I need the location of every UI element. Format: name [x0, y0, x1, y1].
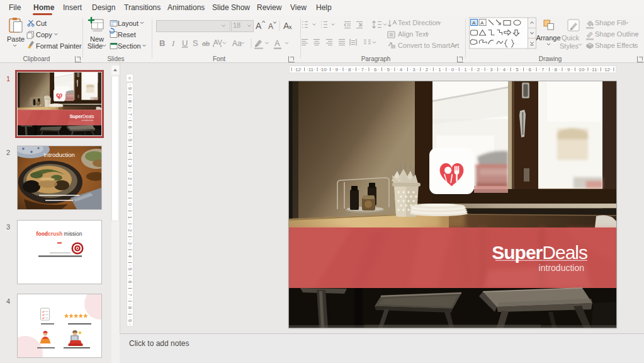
svg-text:10: 10 [579, 67, 584, 72]
svg-text:3: 3 [490, 67, 493, 72]
svg-text:AV: AV [213, 38, 223, 46]
svg-text:foodcrush mission: foodcrush mission [37, 231, 82, 237]
svg-text:0: 0 [451, 67, 455, 72]
svg-text:6: 6 [529, 67, 532, 72]
svg-text:2: 2 [127, 229, 133, 232]
svg-text:4: 4 [400, 67, 403, 72]
svg-text:A: A [256, 21, 262, 31]
svg-text:9: 9 [127, 87, 133, 90]
svg-text:S: S [193, 38, 198, 48]
svg-text:11: 11 [592, 67, 597, 72]
svg-text:ab: ab [202, 40, 210, 47]
svg-text:B: B [159, 38, 165, 48]
svg-text:5: 5 [127, 268, 133, 271]
svg-text:7: 7 [361, 67, 364, 72]
svg-text:A: A [472, 20, 476, 26]
svg-text:8: 8 [127, 100, 133, 103]
svg-text:5: 5 [387, 67, 390, 72]
svg-text:6: 6 [374, 67, 377, 72]
svg-text:A: A [283, 21, 290, 31]
svg-text:8: 8 [127, 306, 133, 309]
svg-text:1: 1 [127, 216, 133, 219]
svg-text:2: 2 [477, 67, 480, 72]
svg-text:7: 7 [127, 113, 133, 116]
svg-text:A: A [480, 20, 484, 26]
svg-text:3: 3 [127, 242, 133, 245]
svg-text:12: 12 [295, 67, 301, 72]
svg-text:8: 8 [348, 67, 351, 72]
svg-text:7: 7 [541, 67, 545, 72]
svg-text:10: 10 [321, 67, 327, 72]
svg-text:2: 2 [127, 177, 133, 180]
svg-text:12: 12 [604, 67, 610, 72]
svg-text:3: 3 [412, 67, 415, 72]
svg-text:9: 9 [336, 67, 339, 72]
svg-text:4: 4 [127, 151, 133, 154]
svg-text:Aa: Aa [232, 39, 242, 48]
svg-text:4: 4 [503, 67, 506, 72]
svg-text:9: 9 [567, 67, 570, 72]
svg-text:A: A [274, 38, 280, 48]
svg-text:A: A [268, 22, 273, 31]
svg-text:5: 5 [127, 139, 133, 142]
svg-text:6: 6 [127, 280, 133, 284]
svg-text:8: 8 [555, 67, 558, 72]
svg-text:5: 5 [516, 67, 519, 72]
svg-text:2: 2 [426, 67, 429, 72]
svg-text:1: 1 [464, 67, 467, 72]
svg-text:I: I [171, 38, 175, 48]
svg-text:3: 3 [127, 164, 133, 168]
svg-text:0: 0 [127, 203, 133, 206]
svg-text:6: 6 [127, 125, 133, 129]
svg-text:7: 7 [127, 294, 133, 297]
svg-text:U: U [182, 38, 188, 48]
svg-text:4: 4 [127, 255, 133, 258]
svg-text:1: 1 [438, 67, 441, 72]
svg-text:1: 1 [127, 190, 133, 193]
svg-text:11: 11 [308, 67, 314, 72]
svg-text:Introduction: Introduction [43, 151, 75, 158]
svg-text:9: 9 [127, 319, 133, 322]
